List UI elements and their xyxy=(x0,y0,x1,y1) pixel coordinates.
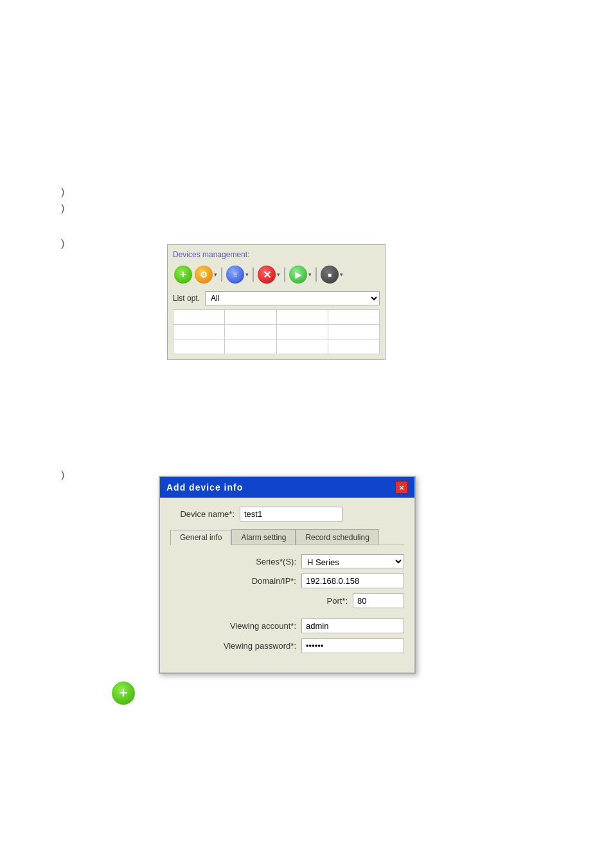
table-col-1 xyxy=(173,310,225,325)
series-select[interactable]: H Series A Series B Series xyxy=(301,554,404,568)
delete-dropdown-arrow[interactable]: ▾ xyxy=(277,271,280,278)
stop-dropdown-arrow[interactable]: ▾ xyxy=(340,271,343,278)
viewing-account-label: Viewing account*: xyxy=(213,621,296,631)
viewing-password-row: Viewing password*: xyxy=(170,638,404,653)
devices-toolbar: + ⚙ ▾ ≡ ▾ ✕ ▾ ▶ ▾ ■ ▾ xyxy=(173,263,380,286)
sidebar-paren-1: ) xyxy=(61,186,64,198)
domain-row: Domain/IP*: xyxy=(170,574,404,588)
table-row-4 xyxy=(328,325,379,339)
device-name-label: Device name*: xyxy=(170,509,235,519)
list-opt-row: List opt. All xyxy=(173,291,380,305)
device-name-row: Device name*: xyxy=(170,507,404,521)
doc-dropdown-arrow[interactable]: ▾ xyxy=(245,271,249,278)
delete-toolbar-btn[interactable]: ✕ xyxy=(258,266,276,284)
devices-management-panel: Devices management: + ⚙ ▾ ≡ ▾ ✕ ▾ ▶ ▾ ■ … xyxy=(167,244,386,360)
add-button-circle[interactable]: + xyxy=(112,682,135,705)
table-col-4 xyxy=(328,310,379,325)
devices-table xyxy=(173,309,380,354)
port-input[interactable] xyxy=(353,593,404,608)
table-row-1 xyxy=(173,339,225,354)
list-opt-label: List opt. xyxy=(173,294,200,303)
toolbar-divider-3 xyxy=(284,267,285,282)
domain-input[interactable] xyxy=(301,574,404,588)
edit-device-toolbar-btn[interactable]: ⚙ xyxy=(195,266,213,284)
series-row: Series*(S): H Series A Series B Series xyxy=(170,554,404,568)
play-dropdown-arrow[interactable]: ▾ xyxy=(308,271,312,278)
list-opt-select[interactable]: All xyxy=(205,291,380,305)
series-label: Series*(S): xyxy=(213,557,296,566)
table-col-2 xyxy=(225,310,276,325)
viewing-password-input[interactable] xyxy=(301,638,404,653)
table-row-3 xyxy=(276,339,328,354)
viewing-account-input[interactable] xyxy=(301,619,404,633)
general-info-content: Series*(S): H Series A Series B Series D… xyxy=(170,554,404,664)
port-row: Port*: xyxy=(170,593,404,608)
edit-dropdown-arrow[interactable]: ▾ xyxy=(214,271,217,278)
sidebar-paren-3: ) xyxy=(61,238,64,249)
viewing-account-row: Viewing account*: xyxy=(170,619,404,633)
sidebar-paren-2: ) xyxy=(61,203,64,214)
stop-toolbar-btn[interactable]: ■ xyxy=(321,266,339,284)
table-row-2 xyxy=(225,325,276,339)
port-label: Port*: xyxy=(264,596,348,606)
toolbar-divider-4 xyxy=(315,267,317,282)
devices-panel-title: Devices management: xyxy=(173,250,380,259)
device-name-input[interactable] xyxy=(240,507,342,521)
table-row-2 xyxy=(225,339,276,354)
table-row-4 xyxy=(328,339,379,354)
dialog-title: Add device info xyxy=(166,482,243,493)
toolbar-divider-2 xyxy=(253,267,254,282)
dialog-close-button[interactable]: × xyxy=(395,481,408,494)
doc-toolbar-btn[interactable]: ≡ xyxy=(226,266,244,284)
domain-label: Domain/IP*: xyxy=(213,576,296,586)
tab-general-info[interactable]: General info xyxy=(170,530,231,545)
viewing-password-label: Viewing password*: xyxy=(213,641,296,651)
dialog-titlebar: Add device info × xyxy=(160,477,414,498)
table-row-1 xyxy=(173,325,225,339)
table-row-3 xyxy=(276,325,328,339)
add-device-dialog: Add device info × Device name*: General … xyxy=(159,476,416,674)
sidebar-paren-4: ) xyxy=(61,469,64,481)
table-col-3 xyxy=(276,310,328,325)
tabs-row: General info Alarm setting Record schedu… xyxy=(170,529,404,545)
toolbar-divider-1 xyxy=(221,267,222,282)
dialog-body: Device name*: General info Alarm setting… xyxy=(160,498,414,673)
add-device-toolbar-btn[interactable]: + xyxy=(174,266,192,284)
tab-alarm-setting[interactable]: Alarm setting xyxy=(231,529,296,545)
play-toolbar-btn[interactable]: ▶ xyxy=(289,266,307,284)
tab-record-scheduling[interactable]: Record scheduling xyxy=(296,529,378,545)
